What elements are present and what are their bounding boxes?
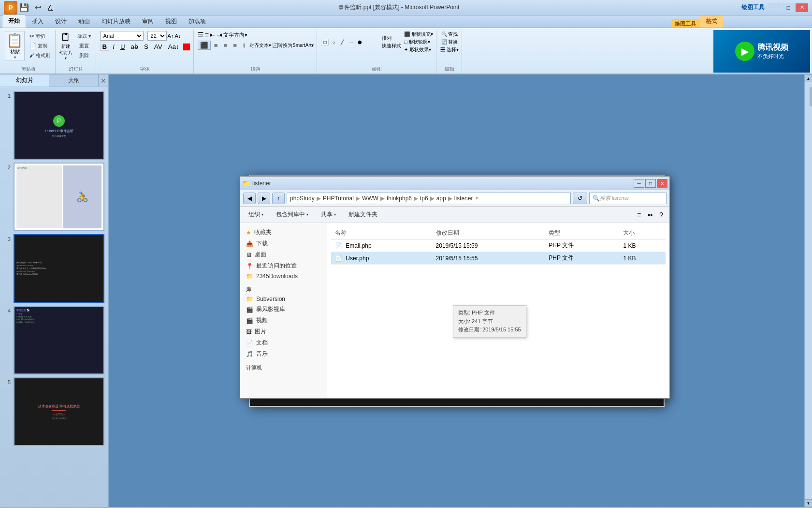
- grow-font-button[interactable]: A↑: [168, 33, 174, 39]
- slide-thumb-3[interactable]: 第一步生成了一个User事件类 app\event\User.php 第二步 定…: [14, 234, 104, 303]
- list-item[interactable]: 4 事件监听 📡 <?php namespace app use think\e…: [4, 306, 104, 374]
- shape-outline-button[interactable]: □ 形状轮廓▾: [404, 39, 433, 45]
- shape-rect[interactable]: □: [321, 39, 329, 45]
- cut-button[interactable]: ✂剪切: [28, 32, 52, 41]
- slide-thumb-2[interactable]: 示例内容 🚴: [14, 163, 104, 231]
- help-button[interactable]: ?: [657, 209, 666, 220]
- crumb-listener[interactable]: listener: [454, 195, 473, 202]
- align-right-button[interactable]: ≡: [221, 41, 230, 50]
- delete-button[interactable]: 删除: [75, 51, 93, 60]
- tab-home[interactable]: 开始: [2, 15, 26, 28]
- address-bar[interactable]: phpStudy ▶ PHPTutorial ▶ WWW ▶ thinkphp6…: [287, 193, 571, 204]
- strikethrough-button[interactable]: ab̶: [129, 43, 141, 51]
- minimize-button[interactable]: ─: [768, 3, 781, 12]
- list-bullets-button[interactable]: ☰: [198, 31, 204, 39]
- align-center-button[interactable]: ≡: [212, 41, 220, 50]
- list-item[interactable]: 2 示例内容 🚴: [4, 163, 104, 231]
- table-row[interactable]: 📄 User.php 2019/5/15 15:55 PHP 文件 1 KB: [331, 252, 666, 265]
- organize-button[interactable]: 组织 ▾: [244, 209, 268, 221]
- sidebar-item-music[interactable]: 🎵 音乐: [242, 348, 325, 359]
- sidebar-item-pictures[interactable]: 🖼 图片: [242, 326, 325, 337]
- col-name[interactable]: 名称: [331, 227, 432, 239]
- tab-slides[interactable]: 幻灯片: [0, 75, 49, 87]
- text-direction-button[interactable]: 文字方向▾: [223, 31, 247, 39]
- indent-less-button[interactable]: ⇤: [210, 31, 216, 39]
- tab-design[interactable]: 设计: [49, 15, 72, 28]
- sidebar-item-baofeng[interactable]: 🎬 暴风影视库: [242, 304, 325, 315]
- print-button[interactable]: 🖨: [45, 2, 57, 13]
- smartart-button[interactable]: 🔄转换为SmartArt▾: [272, 42, 314, 49]
- indent-more-button[interactable]: ⇥: [217, 31, 222, 39]
- share-button[interactable]: 共享 ▾: [317, 209, 340, 221]
- sidebar-item-downloads[interactable]: 📥 下载: [242, 238, 325, 249]
- sidebar-item-subversion[interactable]: 📁 Subversion: [242, 294, 325, 304]
- shape-pentagon[interactable]: ⬟: [356, 39, 363, 45]
- crumb-app[interactable]: app: [436, 195, 446, 202]
- shadow-button[interactable]: S: [142, 43, 151, 51]
- sidebar-item-desktop[interactable]: 🖥 桌面: [242, 249, 325, 260]
- explorer-close[interactable]: ✕: [657, 179, 667, 188]
- shape-ellipse[interactable]: ○: [330, 39, 337, 45]
- sidebar-item-recent[interactable]: 📍 最近访问的位置: [242, 260, 325, 271]
- crumb-tp6[interactable]: tp6: [420, 195, 428, 202]
- font-name-select[interactable]: Arial: [100, 31, 144, 41]
- replace-button[interactable]: 🔄 替换: [441, 39, 458, 45]
- format-painter-button[interactable]: 🖌 格式刷: [28, 51, 52, 60]
- list-item[interactable]: 1 P ThinkPHP事件监听 学习成就梦想: [4, 91, 104, 160]
- close-button[interactable]: ✕: [796, 3, 808, 12]
- bold-button[interactable]: B: [100, 43, 110, 51]
- font-color-button[interactable]: [183, 43, 190, 51]
- tab-insert[interactable]: 插入: [26, 15, 49, 28]
- back-button[interactable]: ◀: [243, 193, 256, 204]
- refresh-button[interactable]: ↺: [573, 193, 587, 204]
- columns-button[interactable]: ⫾: [240, 41, 248, 50]
- shape-line[interactable]: ╱: [338, 39, 346, 45]
- sidebar-item-video[interactable]: 🎬 视频: [242, 315, 325, 326]
- slide-thumb-5[interactable]: 技术改变命运 学习成就梦想 —主节次— 演讲者 培训讲师: [14, 377, 104, 446]
- tab-format[interactable]: 格式: [700, 15, 723, 28]
- explorer-minimize[interactable]: ─: [634, 179, 644, 188]
- align-left-button[interactable]: ⬛: [198, 41, 211, 50]
- underline-button[interactable]: U: [118, 43, 128, 51]
- slide-thumb-4[interactable]: 事件监听 📡 <?php namespace app use think\eve…: [14, 306, 104, 374]
- justify-button[interactable]: ≡: [231, 41, 239, 50]
- include-library-button[interactable]: 包含到库中 ▾: [272, 209, 313, 221]
- charspace-button[interactable]: AV: [152, 43, 165, 51]
- forward-button[interactable]: ▶: [258, 193, 270, 204]
- crumb-phpstudy[interactable]: phpStudy: [290, 195, 315, 202]
- list-item[interactable]: 3 第一步生成了一个User事件类 app\event\User.php 第二步…: [4, 234, 104, 303]
- tab-slideshow[interactable]: 幻灯片放映: [96, 15, 136, 28]
- save-button[interactable]: 💾: [17, 2, 31, 13]
- maximize-button[interactable]: □: [782, 3, 795, 12]
- tab-addins[interactable]: 加载项: [183, 15, 212, 28]
- list-numbers-button[interactable]: ≡: [205, 31, 209, 39]
- tab-animation[interactable]: 动画: [72, 15, 96, 28]
- shrink-font-button[interactable]: A↓: [174, 33, 181, 39]
- shape-fill-button[interactable]: ⬛ 形状填充▾: [404, 31, 433, 38]
- explorer-maximize[interactable]: □: [645, 179, 656, 188]
- up-button[interactable]: ↑: [272, 193, 285, 204]
- fontcase-button[interactable]: Aa↓: [166, 43, 182, 51]
- scroll-up-button[interactable]: ▲: [805, 75, 812, 82]
- table-row[interactable]: 📄 Email.php 2019/5/15 15:59 PHP 文件 1 KB: [331, 239, 666, 252]
- reset-button[interactable]: 重置: [75, 42, 93, 50]
- sidebar-item-favorites[interactable]: ★ 收藏夹: [242, 227, 325, 238]
- view-tiles-button[interactable]: ▪▪: [645, 209, 655, 220]
- new-folder-button[interactable]: 新建文件夹: [344, 209, 382, 221]
- scroll-down-button[interactable]: ▼: [805, 499, 812, 507]
- crumb-phptutorial[interactable]: PHPTutorial: [323, 195, 354, 202]
- slide-thumb-1[interactable]: P ThinkPHP事件监听 学习成就梦想: [14, 91, 104, 160]
- col-size[interactable]: 大小: [619, 227, 666, 239]
- font-size-select[interactable]: 22: [147, 31, 167, 41]
- panel-close-button[interactable]: ✕: [99, 75, 108, 87]
- sort-button[interactable]: 排列: [382, 35, 401, 42]
- col-type[interactable]: 类型: [545, 227, 619, 239]
- crumb-www[interactable]: WWW: [362, 195, 378, 202]
- sidebar-item-documents[interactable]: 📄 文档: [242, 337, 325, 348]
- italic-button[interactable]: I: [110, 43, 117, 51]
- tab-outline[interactable]: 大纲: [49, 75, 99, 87]
- layout-button[interactable]: 版式 ▾: [75, 32, 93, 41]
- shape-arrow[interactable]: →: [347, 39, 355, 45]
- addr-dropdown[interactable]: ▾: [476, 195, 478, 201]
- undo-button[interactable]: ↩: [33, 2, 43, 13]
